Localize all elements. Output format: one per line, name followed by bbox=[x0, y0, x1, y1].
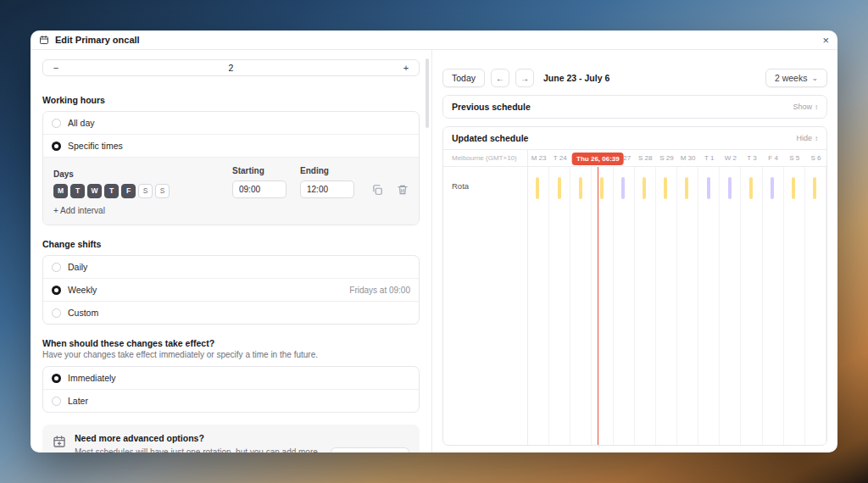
radio-selected-icon bbox=[52, 142, 61, 151]
option-label: All day bbox=[68, 118, 95, 128]
shift-bar[interactable] bbox=[792, 177, 795, 199]
stepper-value: 2 bbox=[69, 63, 393, 73]
day-toggle-thursday[interactable]: T bbox=[104, 184, 119, 198]
shift-bar[interactable] bbox=[813, 177, 816, 199]
day-column bbox=[698, 167, 720, 445]
day-label: T 24 bbox=[549, 150, 570, 166]
day-column bbox=[784, 167, 805, 445]
shift-bar[interactable] bbox=[685, 177, 688, 199]
shift-bar[interactable] bbox=[558, 177, 561, 199]
shift-bar[interactable] bbox=[664, 177, 667, 199]
effect-options: Immediately Later bbox=[42, 366, 420, 413]
settings-panel: − 2 + Working hours All day Specific tim… bbox=[31, 50, 432, 452]
chevron-down-icon: ⌄ bbox=[811, 75, 818, 82]
shift-bar[interactable] bbox=[707, 177, 710, 199]
shift-bar[interactable] bbox=[579, 177, 582, 199]
advanced-description: Most schedules will have just one rotati… bbox=[75, 446, 322, 452]
day-label: F 4 bbox=[763, 150, 784, 166]
day-label: M 23 bbox=[528, 150, 549, 166]
unfold-icon: ↕ bbox=[815, 135, 818, 142]
change-shifts-label: Change shifts bbox=[42, 239, 420, 249]
modal-header: Edit Primary oncall × bbox=[31, 31, 837, 50]
next-period-button[interactable]: → bbox=[515, 69, 534, 87]
change-shifts-options: Daily Weekly Fridays at 09:00 Custom bbox=[42, 255, 420, 325]
advanced-text: Most schedules will have just one rotati… bbox=[75, 447, 318, 452]
day-label: T 1 bbox=[698, 150, 720, 166]
radio-selected-icon bbox=[52, 286, 61, 295]
close-button[interactable]: × bbox=[822, 35, 829, 46]
starting-time-input[interactable] bbox=[232, 180, 287, 198]
shift-bar[interactable] bbox=[749, 177, 753, 199]
day-toggles: M T W T F S S bbox=[53, 184, 219, 198]
trash-icon bbox=[397, 184, 409, 196]
previous-schedule-bar[interactable]: Previous schedule Show ↕ bbox=[442, 95, 827, 119]
zoom-select[interactable]: 2 weeks ⌄ bbox=[765, 69, 827, 87]
option-custom[interactable]: Custom bbox=[43, 301, 419, 324]
radio-selected-icon bbox=[52, 374, 61, 383]
updated-schedule-header: Updated schedule Hide ↕ bbox=[443, 127, 826, 149]
current-time-badge: Thu 26, 06:39 bbox=[572, 153, 624, 165]
updated-schedule-label: Updated schedule bbox=[452, 133, 528, 143]
day-label: S 6 bbox=[805, 150, 826, 166]
day-toggle-saturday[interactable]: S bbox=[138, 184, 153, 198]
shift-bar[interactable] bbox=[771, 177, 774, 199]
option-all-day[interactable]: All day bbox=[43, 112, 419, 134]
add-interval-button[interactable]: + Add interval bbox=[53, 206, 105, 215]
day-toggle-friday[interactable]: F bbox=[121, 184, 136, 198]
delete-interval-button[interactable] bbox=[397, 184, 409, 196]
shift-bar[interactable] bbox=[643, 177, 646, 199]
modal-title: Edit Primary oncall bbox=[55, 35, 140, 45]
shift-bar[interactable] bbox=[600, 177, 604, 199]
option-weekly[interactable]: Weekly Fridays at 09:00 bbox=[43, 278, 419, 301]
shift-bar[interactable] bbox=[536, 177, 539, 199]
day-toggle-wednesday[interactable]: W bbox=[87, 184, 102, 198]
option-label: Daily bbox=[68, 262, 87, 272]
desktop-background: Edit Primary oncall × − 2 + Working hour… bbox=[0, 0, 868, 483]
copy-icon bbox=[371, 184, 383, 196]
radio-icon bbox=[52, 308, 61, 318]
day-column bbox=[570, 167, 592, 445]
increment-button[interactable]: + bbox=[393, 63, 419, 73]
day-label: W 2 bbox=[720, 150, 741, 166]
day-column bbox=[528, 167, 549, 445]
starting-label: Starting bbox=[232, 166, 287, 175]
current-time-line bbox=[598, 167, 598, 445]
day-label: S 28 bbox=[635, 150, 656, 166]
option-label: Custom bbox=[68, 308, 98, 318]
option-specific-times[interactable]: Specific times bbox=[43, 134, 419, 157]
decrement-button[interactable]: − bbox=[43, 63, 69, 73]
option-daily[interactable]: Daily bbox=[43, 256, 419, 278]
ending-time-input[interactable] bbox=[300, 180, 354, 198]
day-toggle-sunday[interactable]: S bbox=[155, 184, 170, 198]
shift-bar[interactable] bbox=[728, 177, 732, 199]
timeline: Melbourne (GMT+10) Rota M 23T 24W 25T 26… bbox=[443, 149, 826, 445]
toggle-label: Hide bbox=[796, 134, 812, 142]
today-button[interactable]: Today bbox=[442, 69, 485, 87]
date-range-label: June 23 - July 6 bbox=[543, 73, 609, 83]
show-toggle[interactable]: Show ↕ bbox=[793, 103, 818, 111]
day-column bbox=[614, 167, 635, 445]
option-label: Later bbox=[68, 396, 88, 406]
day-label: S 29 bbox=[656, 150, 677, 166]
option-label: Weekly bbox=[68, 285, 97, 295]
copy-interval-button[interactable] bbox=[371, 184, 383, 196]
option-later[interactable]: Later bbox=[43, 389, 419, 412]
calendar-plus-icon bbox=[53, 433, 66, 448]
edit-oncall-modal: Edit Primary oncall × − 2 + Working hour… bbox=[31, 31, 837, 452]
toggle-label: Show bbox=[793, 103, 812, 111]
option-immediately[interactable]: Immediately bbox=[43, 367, 419, 389]
day-toggle-tuesday[interactable]: T bbox=[70, 184, 85, 198]
day-toggle-monday[interactable]: M bbox=[53, 184, 68, 198]
prev-period-button[interactable]: ← bbox=[491, 69, 509, 87]
rotation-count-stepper: − 2 + bbox=[42, 59, 420, 76]
add-rotation-button[interactable]: + Add rotation bbox=[331, 447, 409, 452]
radio-icon bbox=[52, 397, 61, 406]
day-column bbox=[677, 167, 698, 445]
hide-toggle[interactable]: Hide ↕ bbox=[796, 134, 818, 142]
calendar-icon bbox=[39, 35, 49, 45]
option-label: Specific times bbox=[68, 141, 123, 151]
day-label: S 5 bbox=[784, 150, 805, 166]
scrollbar-thumb[interactable] bbox=[426, 58, 429, 128]
shift-bar[interactable] bbox=[621, 177, 625, 199]
schedule-preview-panel: Today ← → June 23 - July 6 2 weeks ⌄ Pre… bbox=[432, 50, 837, 452]
